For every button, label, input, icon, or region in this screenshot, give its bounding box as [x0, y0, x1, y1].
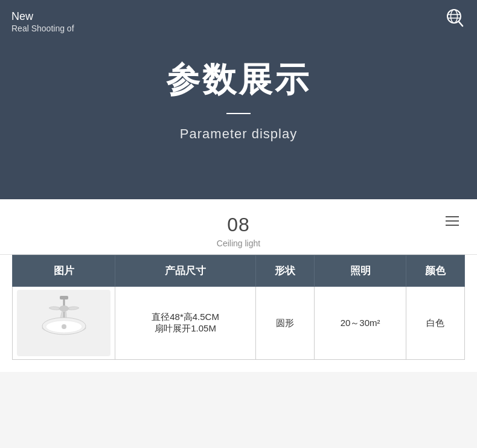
svg-rect-5 — [60, 296, 68, 299]
hamburger-line-1 — [446, 216, 459, 217]
product-dimensions-cell: 直径48*高4.5CM扇叶展开1.05M — [115, 287, 256, 360]
table-header-row: 图片 产品尺寸 形状 照明 颜色 — [13, 255, 465, 287]
col-header-lighting: 照明 — [314, 255, 406, 287]
col-header-color: 颜色 — [406, 255, 465, 287]
banner-divider — [226, 113, 251, 114]
banner-new-label: New — [11, 10, 74, 24]
banner-title-zh: 参数展示 — [166, 57, 311, 103]
product-shape-cell: 圆形 — [256, 287, 315, 360]
banner-title-en: Parameter display — [180, 126, 297, 142]
search-icon[interactable] — [443, 8, 465, 32]
hamburger-icon[interactable] — [446, 216, 459, 226]
svg-point-0 — [447, 10, 461, 23]
svg-line-4 — [459, 22, 463, 26]
product-table: 图片 产品尺寸 形状 照明 颜色 — [12, 255, 465, 360]
banner-subtitle: Real Shooting of — [11, 24, 74, 33]
hamburger-line-2 — [446, 220, 459, 222]
table-section: 图片 产品尺寸 形状 照明 颜色 — [0, 255, 477, 372]
banner-top-left: New Real Shooting of — [11, 10, 74, 33]
col-header-dimensions: 产品尺寸 — [115, 255, 256, 287]
middle-section: 08 Ceiling light — [0, 199, 477, 255]
product-image-cell — [13, 287, 115, 360]
middle-text-center: 08 Ceiling light — [217, 214, 260, 248]
middle-label: Ceiling light — [217, 238, 260, 248]
col-header-image: 图片 — [13, 255, 115, 287]
svg-point-7 — [59, 306, 69, 312]
svg-point-1 — [451, 10, 458, 23]
top-banner: New Real Shooting of 参数展示 Parameter disp… — [0, 0, 477, 199]
product-image-placeholder — [17, 290, 110, 356]
middle-inner: 08 Ceiling light — [0, 214, 477, 248]
middle-number: 08 — [217, 214, 260, 236]
product-color-cell: 白色 — [406, 287, 465, 360]
col-header-shape: 形状 — [256, 255, 315, 287]
table-row: 直径48*高4.5CM扇叶展开1.05M 圆形 20～30m² 白色 — [13, 287, 465, 360]
product-lighting-cell: 20～30m² — [314, 287, 406, 360]
svg-point-11 — [62, 324, 66, 329]
hamburger-line-3 — [446, 225, 459, 226]
